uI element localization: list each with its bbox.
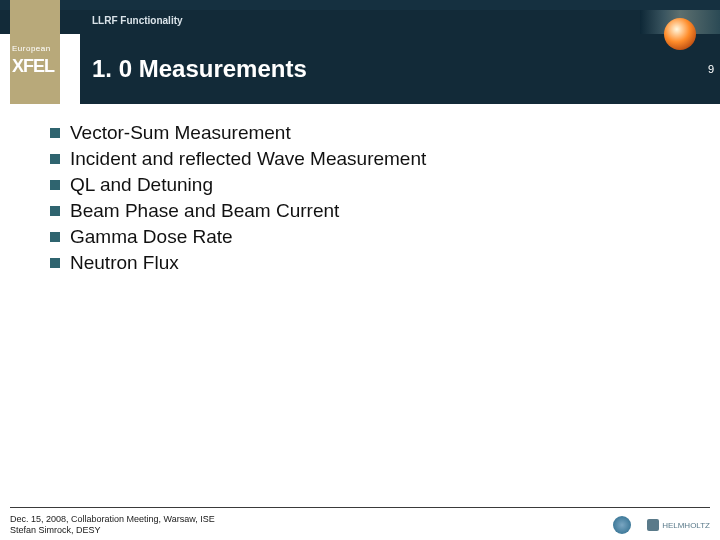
bullet-icon: [50, 232, 60, 242]
list-item: Vector-Sum Measurement: [50, 122, 670, 144]
list-item: Beam Phase and Beam Current: [50, 200, 670, 222]
bullet-icon: [50, 154, 60, 164]
accent-strip: [10, 0, 60, 10]
bullet-text: Neutron Flux: [70, 252, 179, 274]
top-ribbon: [0, 0, 720, 10]
list-item: Incident and reflected Wave Measurement: [50, 148, 670, 170]
list-item: QL and Detuning: [50, 174, 670, 196]
page-title: 1. 0 Measurements: [92, 55, 307, 83]
title-main: 1. 0 Measurements: [80, 34, 640, 104]
title-bar: 1. 0 Measurements 9: [0, 34, 720, 104]
bullet-text: Incident and reflected Wave Measurement: [70, 148, 426, 170]
orb-icon: [664, 18, 696, 50]
helmholtz-logo: HELMHOLTZ: [647, 519, 710, 531]
bullet-icon: [50, 258, 60, 268]
breadcrumb: LLRF Functionality: [92, 15, 183, 26]
xfel-logo: European XFEL: [10, 44, 72, 94]
helmholtz-text: HELMHOLTZ: [662, 521, 710, 530]
accent-strip: [10, 10, 60, 34]
content: Vector-Sum Measurement Incident and refl…: [50, 118, 670, 278]
breadcrumb-bar: LLRF Functionality: [0, 10, 720, 34]
footer-line1: Dec. 15, 2008, Collaboration Meeting, Wa…: [10, 514, 510, 525]
footer-logos: HELMHOLTZ: [613, 516, 710, 534]
bullet-list: Vector-Sum Measurement Incident and refl…: [50, 122, 670, 274]
footer-line2: Stefan Simrock, DESY: [10, 525, 510, 536]
bullet-icon: [50, 128, 60, 138]
bullet-text: Gamma Dose Rate: [70, 226, 233, 248]
list-item: Gamma Dose Rate: [50, 226, 670, 248]
globe-icon: [613, 516, 631, 534]
bullet-text: QL and Detuning: [70, 174, 213, 196]
title-right: 9: [640, 34, 720, 104]
bullet-icon: [50, 180, 60, 190]
slide: LLRF Functionality 1. 0 Measurements 9 E…: [0, 0, 720, 540]
footer-text: Dec. 15, 2008, Collaboration Meeting, Wa…: [10, 514, 510, 536]
helmholtz-icon: [647, 519, 659, 531]
slide-number: 9: [708, 63, 714, 75]
bullet-text: Vector-Sum Measurement: [70, 122, 291, 144]
logo-line2: XFEL: [12, 56, 54, 77]
bullet-text: Beam Phase and Beam Current: [70, 200, 339, 222]
bullet-icon: [50, 206, 60, 216]
list-item: Neutron Flux: [50, 252, 670, 274]
footer-divider: [10, 507, 710, 508]
logo-line1: European: [12, 44, 51, 53]
